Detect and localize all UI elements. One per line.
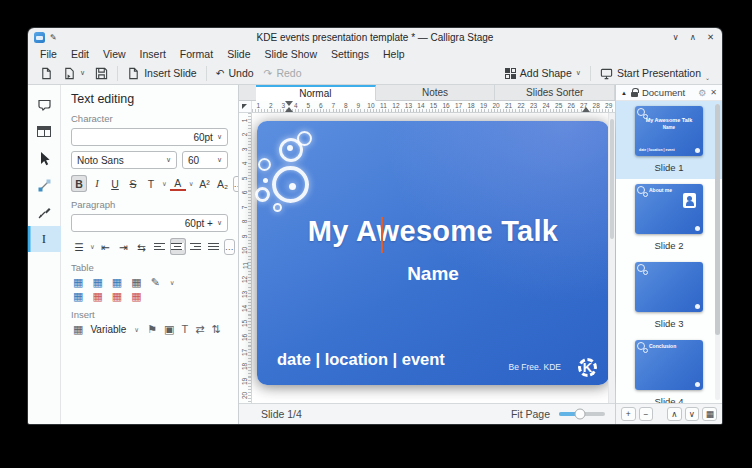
maximize-button[interactable]: ∧ xyxy=(690,33,696,42)
tab-notes[interactable]: Notes xyxy=(376,85,496,100)
menu-item-format[interactable]: Format xyxy=(173,48,220,60)
preview-mode-button[interactable]: ▦ xyxy=(702,407,717,421)
move-slide-down-button[interactable]: ∨ xyxy=(685,407,700,421)
slide-list-scrollbar[interactable] xyxy=(715,104,720,400)
paragraph-style-select[interactable]: 60pt + ∨ xyxy=(71,214,228,232)
start-presentation-button[interactable]: Start Presentation ⌄ xyxy=(595,64,715,83)
split-cells-button[interactable]: ▦ xyxy=(73,291,83,302)
chevron-down-icon[interactable]: ∨ xyxy=(170,279,175,287)
merge-cells-button[interactable]: ▦ xyxy=(131,277,141,288)
new-document-button[interactable] xyxy=(35,64,58,83)
undo-button[interactable]: ↶ Undo xyxy=(211,64,259,83)
slide-thumbnail[interactable] xyxy=(635,262,703,312)
menu-item-edit[interactable]: Edit xyxy=(64,48,96,60)
align-justify-button[interactable] xyxy=(206,238,222,255)
add-shape-button[interactable]: Add Shape ∨ xyxy=(500,64,586,83)
connector-tool[interactable] xyxy=(28,172,61,198)
delete-column-button[interactable]: ▦ xyxy=(112,291,122,302)
slide-thumbnail[interactable]: Conclusion xyxy=(635,340,703,390)
menu-item-slide[interactable]: Slide xyxy=(220,48,257,60)
special-character-button[interactable]: ▦ xyxy=(73,324,83,335)
insert-slide-button[interactable]: Insert Slide xyxy=(122,64,202,83)
canvas-scrollbar[interactable] xyxy=(608,113,615,403)
slide-list-item[interactable]: About meSlide 2 xyxy=(616,179,722,257)
minimize-button[interactable]: ∨ xyxy=(672,33,678,42)
insert-row-below-button[interactable]: ▦ xyxy=(92,277,102,288)
font-color-button[interactable]: A xyxy=(170,176,186,191)
dock-close-icon[interactable]: ✕ xyxy=(710,88,717,97)
change-case-button[interactable]: T xyxy=(143,175,159,192)
insert-row-above-button[interactable]: ▦ xyxy=(73,277,83,288)
slide-thumbnail[interactable]: About me xyxy=(635,184,703,234)
slide-list-item[interactable]: My Awesome TalkNamedate | location | eve… xyxy=(616,101,722,179)
menu-item-slide-show[interactable]: Slide Show xyxy=(257,48,324,60)
table-tool[interactable] xyxy=(28,118,61,144)
remove-slide-button[interactable]: − xyxy=(639,407,654,421)
delete-table-button[interactable]: ▦ xyxy=(131,291,141,302)
align-center-button[interactable] xyxy=(170,238,186,255)
sort-button[interactable]: ⇅ xyxy=(211,324,220,335)
delete-row-button[interactable]: ▦ xyxy=(92,291,102,302)
save-button[interactable] xyxy=(90,64,113,83)
open-document-button[interactable]: ∨ xyxy=(58,64,90,83)
pin-icon[interactable]: ✎ xyxy=(50,33,57,42)
superscript-button[interactable]: A² xyxy=(197,175,213,192)
font-family-select[interactable]: Noto Sans ∨ xyxy=(71,151,177,169)
text-reference-button[interactable]: T xyxy=(181,324,188,335)
titlebar[interactable]: ✎ KDE events presentation template * — C… xyxy=(28,28,722,46)
chevron-down-icon[interactable]: ∨ xyxy=(162,180,167,188)
first-line-indent-marker[interactable] xyxy=(285,101,293,106)
underline-button[interactable]: U xyxy=(107,175,123,192)
menu-item-view[interactable]: View xyxy=(96,48,133,60)
menu-item-file[interactable]: File xyxy=(33,48,64,60)
align-right-button[interactable] xyxy=(188,238,204,255)
chevron-down-icon[interactable]: ∨ xyxy=(189,180,194,188)
menu-item-settings[interactable]: Settings xyxy=(324,48,376,60)
variable-button[interactable]: Variable xyxy=(90,324,126,335)
zoom-slider[interactable] xyxy=(559,412,605,416)
subscript-button[interactable]: A₂ xyxy=(215,175,231,192)
default-tool[interactable] xyxy=(28,145,61,171)
bookmark-flag-button[interactable]: ⚑ xyxy=(147,324,157,335)
italic-button[interactable]: I xyxy=(89,175,105,192)
add-slide-button[interactable]: + xyxy=(621,407,636,421)
tab-normal[interactable]: Normal xyxy=(256,85,376,101)
list-style-button[interactable]: ☰ xyxy=(71,238,87,255)
strikethrough-button[interactable]: S xyxy=(125,175,141,192)
chevron-down-icon[interactable]: ∨ xyxy=(134,326,139,334)
slide-subtitle-text[interactable]: Name xyxy=(257,263,609,285)
decrease-indent-button[interactable]: ⇤ xyxy=(98,238,114,255)
swap-button[interactable]: ⇄ xyxy=(195,324,204,335)
shape-select-tool[interactable] xyxy=(28,91,61,117)
zoom-slider-handle[interactable] xyxy=(574,409,585,420)
hanging-indent-marker[interactable] xyxy=(285,107,293,112)
slide-list-item[interactable]: ConclusionSlide 4 xyxy=(616,335,722,403)
slide-title-text[interactable]: My Awesome Talk xyxy=(257,215,609,248)
tab-slides-sorter[interactable]: Slides Sorter xyxy=(495,85,615,100)
menu-item-help[interactable]: Help xyxy=(376,48,412,60)
character-style-select[interactable]: 60pt ∨ xyxy=(71,128,228,146)
insert-column-button[interactable]: ▦ xyxy=(112,277,122,288)
menu-item-insert[interactable]: Insert xyxy=(133,48,173,60)
slide-thumbnail[interactable]: My Awesome TalkNamedate | location | eve… xyxy=(635,106,703,156)
table-pen-button[interactable]: ✎ xyxy=(151,277,160,288)
close-button[interactable]: ✕ xyxy=(707,33,714,42)
slide-canvas[interactable]: My Awesome Talk Name date | location | e… xyxy=(252,113,615,403)
gear-icon[interactable]: ⚙ xyxy=(698,88,706,98)
redo-button[interactable]: ↷ Redo xyxy=(259,64,307,83)
chevron-down-icon[interactable]: ∨ xyxy=(90,243,95,251)
insert-frame-button[interactable]: ▣ xyxy=(164,324,174,335)
text-tool[interactable]: I xyxy=(28,226,61,252)
right-indent-marker[interactable] xyxy=(582,107,590,112)
slide-list-item[interactable]: Slide 3 xyxy=(616,257,722,335)
font-size-select[interactable]: 60 ∨ xyxy=(182,151,228,169)
slide-footer-text[interactable]: date | location | event xyxy=(277,350,445,369)
path-edit-tool[interactable] xyxy=(28,199,61,225)
change-indent-button[interactable]: ⇆ xyxy=(134,238,150,255)
collapse-icon[interactable]: ▲ xyxy=(621,90,627,96)
zoom-mode-label[interactable]: Fit Page xyxy=(511,408,550,420)
lock-icon[interactable] xyxy=(631,92,638,97)
move-slide-up-button[interactable]: ∧ xyxy=(667,407,682,421)
align-left-button[interactable] xyxy=(152,238,168,255)
bold-button[interactable]: B xyxy=(71,175,87,192)
